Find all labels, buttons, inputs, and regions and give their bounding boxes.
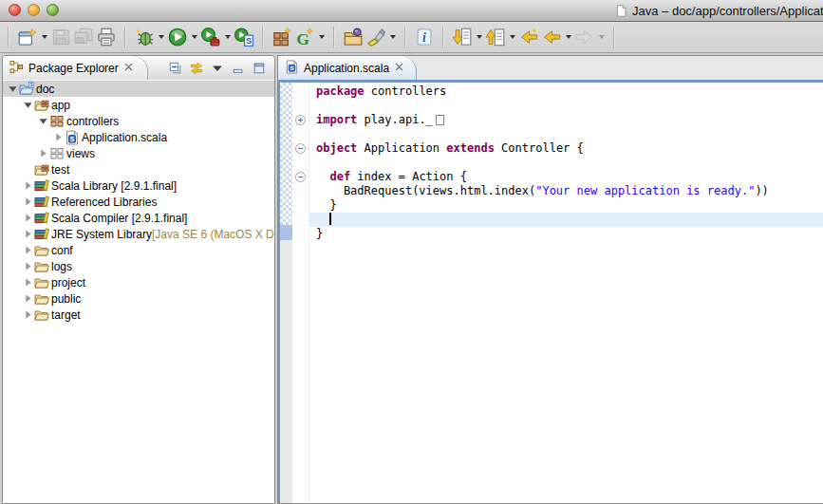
highlighter-dropdown-icon[interactable] (390, 35, 396, 39)
run-button[interactable] (166, 25, 189, 49)
new-wizard-dropdown-icon[interactable] (42, 35, 47, 39)
expander-open-icon[interactable] (22, 101, 34, 109)
maximize-button[interactable] (253, 62, 266, 75)
tree-item-label: Scala Library [2.9.1.final] (51, 179, 177, 193)
previous-annotation-button[interactable] (484, 25, 507, 49)
back-dropdown-icon[interactable] (566, 35, 571, 39)
new-package-button[interactable] (271, 25, 293, 49)
expander-closed-icon[interactable] (22, 214, 34, 222)
external-tools-dropdown-icon[interactable] (225, 35, 231, 39)
next-annotation-button[interactable] (451, 25, 474, 49)
link-with-editor-button[interactable] (190, 62, 203, 75)
toolbar-group (13, 25, 121, 49)
toolbar-separator (404, 27, 406, 47)
expander-open-icon[interactable] (7, 84, 19, 93)
tree-item-views[interactable]: views (3, 145, 274, 161)
package-explorer-header: Package Explorer (3, 56, 274, 81)
info-button[interactable]: i (413, 25, 436, 49)
previous-annotation-dropdown-icon[interactable] (510, 35, 515, 39)
tree-item-app[interactable]: app (3, 97, 274, 113)
tree-item-logs[interactable]: logs (3, 258, 274, 274)
minimize-button[interactable] (232, 62, 245, 75)
new-wizard-button[interactable] (16, 25, 39, 49)
expander-closed-icon[interactable] (37, 149, 49, 158)
fold-collapse-icon[interactable]: − (295, 172, 306, 182)
last-edit-location-button[interactable] (517, 25, 540, 49)
code-line[interactable]: } (309, 198, 823, 213)
expander-closed-icon[interactable] (22, 278, 34, 287)
package-explorer-tab[interactable]: Package Explorer (3, 56, 148, 80)
tree-item-project[interactable]: project (3, 274, 274, 290)
editor-body: +−− package controllersimport play.api._… (280, 83, 823, 503)
code-line[interactable]: BadRequest(views.html.index("Your new ap… (309, 184, 823, 198)
tree-item-public[interactable]: public (3, 290, 274, 307)
zoom-window-button[interactable] (47, 4, 59, 16)
code-line[interactable]: object Application extends Controller { (309, 141, 823, 156)
tree-item-conf[interactable]: conf (3, 242, 274, 258)
code-text-area[interactable]: package controllersimport play.api._obje… (309, 83, 823, 503)
back-button[interactable] (540, 25, 563, 49)
fold-expand-icon[interactable]: + (295, 115, 306, 125)
editor-tab-label: Application.scala (304, 62, 389, 75)
expander-closed-icon[interactable] (22, 197, 34, 206)
editor-tab-row: S Application.scala (278, 56, 823, 80)
code-line[interactable]: import play.api._ (309, 113, 823, 127)
code-line[interactable]: package controllers (309, 84, 823, 99)
collapse-all-button[interactable] (169, 62, 182, 75)
close-view-icon[interactable] (123, 62, 134, 72)
run-dropdown-icon[interactable] (192, 35, 197, 39)
open-task-button[interactable] (342, 25, 365, 49)
close-icon[interactable] (123, 62, 134, 75)
fold-collapse-icon[interactable]: − (295, 143, 306, 154)
tree-item-target[interactable]: target (3, 307, 274, 323)
package-folder-icon (34, 98, 51, 113)
code-keyword: def (329, 170, 350, 183)
tree-item-doc[interactable]: Sdoc (3, 81, 274, 97)
scala-project-folder-icon: S (19, 82, 36, 97)
eclipse-window: Java – doc/app/controllers/Application.s… (0, 0, 823, 504)
g-wizard-dropdown-icon[interactable] (319, 35, 325, 39)
next-annotation-dropdown-icon[interactable] (477, 35, 482, 39)
expander-closed-icon[interactable] (52, 133, 65, 141)
debug-dropdown-icon[interactable] (159, 35, 164, 39)
folded-region-icon[interactable] (436, 115, 444, 125)
close-window-button[interactable] (9, 4, 21, 16)
expander-closed-icon[interactable] (22, 246, 34, 254)
run-scala-button[interactable]: S (233, 25, 255, 49)
expander-closed-icon[interactable] (22, 262, 34, 271)
highlighter-button[interactable] (365, 25, 387, 49)
g-wizard-button[interactable]: G (293, 25, 316, 49)
code-line[interactable] (309, 156, 823, 170)
expander-closed-icon[interactable] (22, 310, 34, 319)
debug-button[interactable] (133, 25, 156, 49)
open-task-icon (344, 28, 363, 47)
close-editor-icon[interactable] (394, 62, 404, 72)
code-line[interactable]: def index = Action { (309, 170, 823, 184)
editor-tab-application-scala[interactable]: S Application.scala (278, 56, 417, 80)
expander-open-icon[interactable] (37, 117, 49, 125)
tree-item-scala-compiler-2-9-1-final[interactable]: Scala Compiler [2.9.1.final] (3, 210, 274, 226)
tree-item-test[interactable]: test (3, 161, 274, 177)
expander-closed-icon[interactable] (22, 230, 34, 238)
code-line[interactable] (309, 127, 823, 141)
tree-item-application-scala[interactable]: SApplication.scala (3, 129, 274, 145)
view-menu-button[interactable] (211, 62, 224, 75)
tree-item-scala-library-2-9-1-final[interactable]: Scala Library [2.9.1.final] (3, 177, 274, 194)
expander-closed-icon[interactable] (22, 294, 34, 303)
code-line-current[interactable] (309, 213, 823, 227)
tree-item-jre-system-library[interactable]: JRE System Library [Java SE 6 (MacOS X D… (3, 226, 274, 242)
tree-item-label: doc (36, 83, 54, 96)
folder-icon (34, 291, 51, 307)
close-icon[interactable] (394, 62, 404, 75)
code-line[interactable] (309, 99, 823, 113)
expander-closed-icon[interactable] (22, 181, 34, 190)
external-tools-button[interactable] (199, 25, 222, 49)
code-line[interactable]: } (309, 227, 823, 241)
tree-item-label: Referenced Libraries (51, 196, 157, 209)
tree-item-controllers[interactable]: controllers (3, 113, 274, 129)
tree-item-referenced-libraries[interactable]: Referenced Libraries (3, 194, 274, 210)
print-button[interactable] (95, 25, 118, 49)
minimize-window-button[interactable] (28, 4, 40, 16)
back-icon (542, 28, 561, 47)
new-package-icon (272, 28, 291, 47)
